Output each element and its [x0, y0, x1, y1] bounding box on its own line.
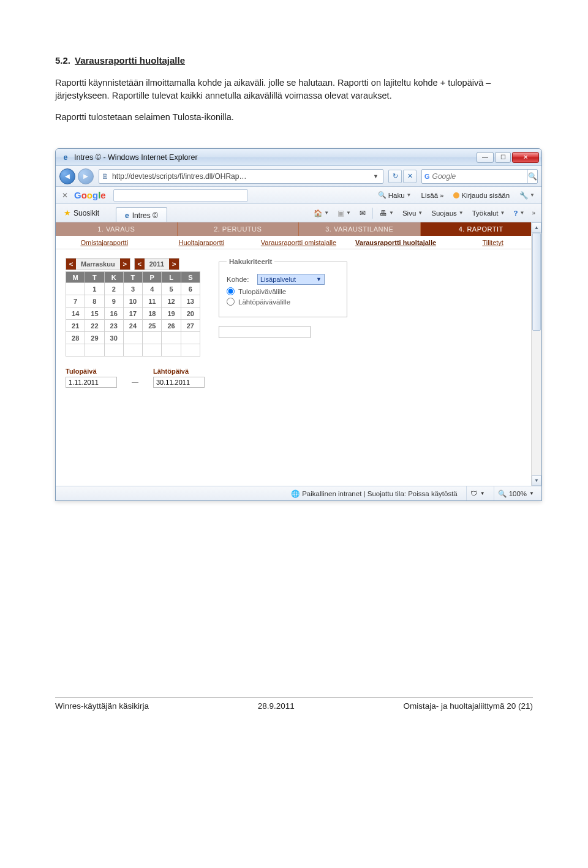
page-menu-button[interactable]: Sivu▼	[399, 206, 426, 220]
help-button[interactable]: ?▼	[510, 206, 528, 220]
print-button[interactable]: 🖶▼	[376, 206, 398, 220]
sub-tab-varausraportti-omistajalle[interactable]: Varausraportti omistajalle	[250, 236, 347, 249]
search-icon[interactable]: 🔍	[527, 170, 537, 183]
calendar-day[interactable]: 20	[181, 308, 200, 320]
calendar-day[interactable]: 9	[104, 295, 123, 308]
calendar-day[interactable]: 25	[143, 320, 162, 332]
calendar-day[interactable]: 26	[162, 320, 181, 332]
calendar-day[interactable]: 4	[143, 283, 162, 295]
window-titlebar: e Intres © - Windows Internet Explorer —…	[56, 149, 541, 166]
zoom-control[interactable]: 🔍 100% ▼	[494, 486, 538, 500]
scroll-down-button[interactable]: ▼	[532, 475, 541, 486]
stop-button[interactable]: ✕	[403, 170, 417, 183]
calendar-day[interactable]: 18	[143, 308, 162, 320]
calendar-day[interactable]: 7	[66, 295, 85, 308]
kohde-select[interactable]: Lisäpalvelut ▼	[257, 274, 325, 285]
radio-tulopaiva[interactable]	[227, 287, 235, 295]
calendar-day[interactable]: 14	[66, 308, 85, 320]
favorites-button[interactable]: ★ Suosikit	[59, 206, 104, 219]
sub-tab-tilitetyt[interactable]: Tilitetyt	[444, 236, 541, 249]
calendar-day[interactable]: 5	[162, 283, 181, 295]
nav-back-button[interactable]: ◄	[59, 168, 75, 184]
calendar-day[interactable]: 16	[104, 308, 123, 320]
sub-tab-huoltajaraportti[interactable]: Huoltajaraportti	[153, 236, 251, 249]
calendar-day[interactable]: 27	[181, 320, 200, 332]
toolbar-overflow-icon[interactable]: »	[529, 209, 538, 216]
address-input[interactable]	[112, 172, 368, 181]
calendar-day	[123, 332, 142, 344]
address-dropdown-icon[interactable]: ▼	[371, 173, 380, 179]
google-toolbar-more[interactable]: Lisää »	[418, 192, 447, 199]
calendar-day[interactable]: 11	[143, 295, 162, 308]
calendar-next-year[interactable]: >	[169, 259, 179, 270]
refresh-button[interactable]: ↻	[388, 170, 402, 183]
calendar-day[interactable]: 1	[85, 283, 104, 295]
calendar-day[interactable]: 10	[123, 295, 142, 308]
calendar-day[interactable]: 12	[162, 295, 181, 308]
calendar-month-label: Marraskuu	[76, 260, 120, 268]
google-toolbar-haku[interactable]: 🔍 Haku▼	[375, 191, 415, 199]
calendar-day[interactable]: 3	[123, 283, 142, 295]
tools-menu-button[interactable]: Työkalut▼	[469, 206, 509, 220]
calendar-day[interactable]: 29	[85, 332, 104, 344]
section-title-text: Varausraportti huoltajalle	[75, 55, 185, 66]
calendar-day[interactable]: 13	[181, 295, 200, 308]
feeds-button[interactable]: ▣▼	[334, 206, 355, 220]
calendar-day	[181, 344, 200, 357]
calendar-day[interactable]: 15	[85, 308, 104, 320]
rss-icon: ▣	[337, 209, 344, 217]
calendar-day[interactable]: 6	[181, 283, 200, 295]
chevron-down-icon: ▼	[316, 276, 322, 282]
page-content: 1. VARAUS 2. PERUUTUS 3. VARAUSTILANNE 4…	[56, 222, 541, 486]
kohde-label: Kohde:	[227, 276, 254, 283]
calendar-day[interactable]: 28	[66, 332, 85, 344]
google-icon: G	[424, 173, 430, 180]
calendar-day[interactable]: 24	[123, 320, 142, 332]
criteria-text-input[interactable]	[219, 326, 311, 338]
zoom-icon: 🔍	[498, 489, 507, 498]
protected-mode-icon[interactable]: 🛡▼	[466, 486, 489, 500]
status-dot-icon	[453, 192, 459, 198]
calendar-day[interactable]: 8	[85, 295, 104, 308]
browser-search-box[interactable]: G 🔍	[421, 169, 538, 184]
window-close-button[interactable]: ✕	[512, 152, 539, 163]
calendar-day[interactable]: 22	[85, 320, 104, 332]
home-button[interactable]: 🏠▼	[310, 206, 333, 220]
google-toolbar-search[interactable]	[113, 189, 248, 202]
calendar-prev-month[interactable]: <	[66, 259, 76, 270]
calendar-year-nav: < 2011 >	[134, 258, 179, 270]
radio-lahtopaiva[interactable]	[227, 298, 235, 306]
main-tab-varaus[interactable]: 1. VARAUS	[56, 222, 178, 236]
calendar-next-month[interactable]: >	[120, 259, 130, 270]
main-tab-varaustilanne[interactable]: 3. VARAUSTILANNE	[299, 222, 421, 236]
sub-tab-omistajaraportti[interactable]: Omistajaraportti	[56, 236, 153, 249]
scroll-up-button[interactable]: ▲	[532, 222, 541, 233]
sub-tab-varausraportti-huoltajalle[interactable]: Varausraportti huoltajalle	[347, 236, 445, 249]
scroll-thumb[interactable]	[532, 233, 541, 331]
calendar-day	[85, 344, 104, 357]
window-maximize-button[interactable]: ☐	[495, 152, 511, 163]
mail-button[interactable]: ✉	[356, 206, 369, 220]
calendar-day[interactable]: 2	[104, 283, 123, 295]
safety-menu-button[interactable]: Suojaus▼	[428, 206, 467, 220]
calendar-day[interactable]: 21	[66, 320, 85, 332]
calendar-prev-year[interactable]: <	[135, 259, 145, 270]
google-toolbar-signin[interactable]: Kirjaudu sisään	[450, 192, 513, 199]
vertical-scrollbar[interactable]: ▲ ▼	[531, 222, 541, 486]
calendar-day[interactable]: 19	[162, 308, 181, 320]
main-tab-raportit[interactable]: 4. RAPORTIT	[421, 222, 542, 236]
address-bar[interactable]: 🗎 ▼	[99, 169, 383, 184]
window-minimize-button[interactable]: —	[477, 152, 494, 163]
wrench-icon[interactable]: 🔧▼	[516, 191, 538, 200]
calendar-day[interactable]: 30	[104, 332, 123, 344]
browser-search-input[interactable]	[432, 172, 525, 181]
arrival-date-input[interactable]	[66, 377, 117, 388]
calendar-day[interactable]: 17	[123, 308, 142, 320]
calendar-day[interactable]: 23	[104, 320, 123, 332]
toolbar-close-icon[interactable]: ✕	[59, 191, 70, 200]
browser-tab[interactable]: e Intres ©	[116, 207, 167, 222]
section-number: 5.2.	[55, 55, 75, 66]
departure-date-input[interactable]	[153, 377, 205, 388]
main-tab-peruutus[interactable]: 2. PERUUTUS	[178, 222, 300, 236]
nav-forward-button[interactable]: ►	[78, 168, 94, 184]
